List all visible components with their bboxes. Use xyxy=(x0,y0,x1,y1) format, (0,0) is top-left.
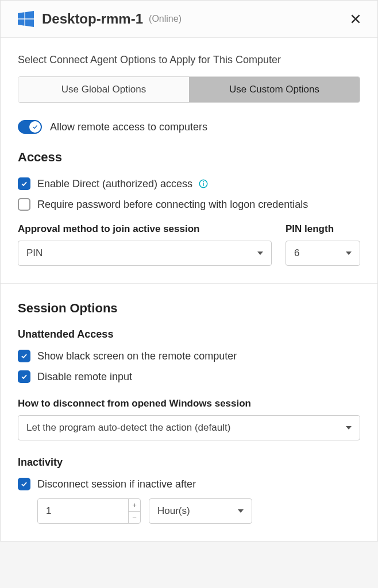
intro-text: Select Connect Agent Options to Apply fo… xyxy=(18,54,360,66)
inactivity-title: Inactivity xyxy=(18,457,360,469)
black-screen-label: Show black screen on the remote computer xyxy=(37,350,237,362)
session-options-title: Session Options xyxy=(18,301,360,316)
inactivity-value-field[interactable] xyxy=(38,499,128,523)
require-password-label: Require password before connecting with … xyxy=(37,199,308,211)
require-password-checkbox[interactable] xyxy=(18,198,30,211)
pin-length-select[interactable]: 6 xyxy=(286,241,360,266)
black-screen-row: Show black screen on the remote computer xyxy=(18,350,360,362)
options-mode-segmented: Use Global Options Use Custom Options xyxy=(18,76,360,103)
unattended-access-title: Unattended Access xyxy=(18,328,360,341)
enable-direct-access-checkbox[interactable] xyxy=(18,177,30,190)
black-screen-checkbox[interactable] xyxy=(18,350,30,362)
use-global-options-button[interactable]: Use Global Options xyxy=(18,77,189,102)
inactivity-value-row: + − Hour(s) xyxy=(37,498,360,524)
close-button[interactable] xyxy=(348,11,364,27)
allow-remote-access-toggle[interactable] xyxy=(18,120,42,134)
computer-name: Desktop-rmm-1 xyxy=(42,11,143,27)
caret-down-icon xyxy=(346,426,352,430)
inactivity-spinner: + − xyxy=(128,499,140,523)
spinner-up-button[interactable]: + xyxy=(129,499,140,512)
use-custom-options-button[interactable]: Use Custom Options xyxy=(189,77,360,102)
require-password-row: Require password before connecting with … xyxy=(18,198,360,211)
disable-input-checkbox[interactable] xyxy=(18,370,30,383)
access-section-title: Access xyxy=(18,150,360,165)
inactivity-number-input: + − xyxy=(37,498,141,524)
svg-point-2 xyxy=(203,181,204,182)
approval-method-value: PIN xyxy=(26,247,43,259)
caret-down-icon xyxy=(257,252,263,255)
inactivity-unit-select[interactable]: Hour(s) xyxy=(149,498,252,524)
pin-length-label: PIN length xyxy=(286,223,360,235)
approval-pin-row: Approval method to join active session P… xyxy=(18,223,360,266)
disconnect-method-label: How to disconnect from opened Windows se… xyxy=(18,398,360,409)
approval-method-label: Approval method to join active session xyxy=(18,223,272,235)
approval-method-select[interactable]: PIN xyxy=(18,241,272,266)
enable-direct-access-label: Enable Direct (authorized) access xyxy=(37,178,192,190)
dialog-header: Desktop-rmm-1 (Online) xyxy=(1,1,377,38)
inactivity-disconnect-row: Disconnect session if inactive after xyxy=(18,478,360,490)
agent-options-dialog: Desktop-rmm-1 (Online) Select Connect Ag… xyxy=(0,0,378,541)
pin-length-value: 6 xyxy=(294,247,299,259)
dialog-body: Select Connect Agent Options to Apply fo… xyxy=(1,38,377,541)
approval-method-group: Approval method to join active session P… xyxy=(18,223,272,266)
disable-input-label: Disable remote input xyxy=(37,371,132,383)
caret-down-icon xyxy=(346,252,352,255)
info-icon[interactable] xyxy=(198,179,209,189)
section-divider xyxy=(1,283,377,284)
caret-down-icon xyxy=(238,509,244,513)
inactivity-unit-value: Hour(s) xyxy=(157,505,190,517)
allow-remote-access-row: Allow remote access to computers xyxy=(18,120,360,134)
computer-status: (Online) xyxy=(149,14,182,24)
spinner-down-button[interactable]: − xyxy=(129,512,140,524)
disconnect-method-value: Let the program auto-detect the action (… xyxy=(26,422,230,434)
windows-icon xyxy=(18,11,34,27)
pin-length-group: PIN length 6 xyxy=(286,223,360,266)
disconnect-method-select[interactable]: Let the program auto-detect the action (… xyxy=(18,415,360,440)
allow-remote-access-label: Allow remote access to computers xyxy=(50,121,207,133)
enable-direct-access-row: Enable Direct (authorized) access xyxy=(18,177,360,190)
disable-input-row: Disable remote input xyxy=(18,370,360,383)
inactivity-disconnect-label: Disconnect session if inactive after xyxy=(37,478,196,490)
inactivity-disconnect-checkbox[interactable] xyxy=(18,478,30,490)
